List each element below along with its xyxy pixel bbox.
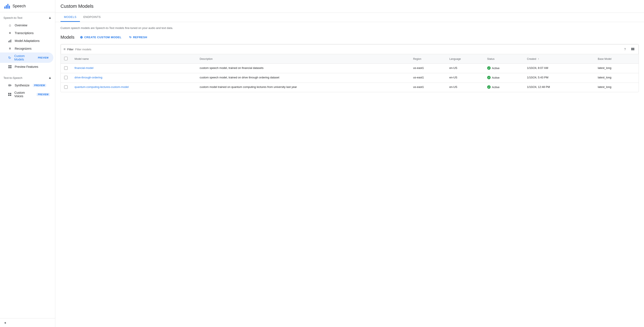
row3-checkbox[interactable] bbox=[64, 85, 68, 89]
col-header-created[interactable]: Created ↑ bbox=[524, 54, 594, 64]
sidebar-item-synthesize-label: Synthesize bbox=[15, 84, 30, 87]
row1-status: Active bbox=[487, 66, 520, 70]
col-header-base-model: Base Model bbox=[594, 54, 638, 64]
row1-checkbox[interactable] bbox=[64, 66, 68, 70]
row2-select-cell[interactable] bbox=[61, 73, 71, 83]
row1-status-cell: Active bbox=[484, 64, 524, 73]
row2-status: Active bbox=[487, 76, 520, 79]
create-custom-model-button[interactable]: ⊕ CREATE CUSTOM MODEL bbox=[78, 34, 124, 40]
help-button[interactable]: ? bbox=[622, 46, 628, 52]
row1-description: custom speech model, trained on financia… bbox=[200, 66, 264, 70]
text-to-speech-chevron-icon: ▲ bbox=[48, 76, 52, 80]
row3-model-name-cell: quantum-computing-lectures-custom-model bbox=[71, 83, 196, 92]
sidebar-item-recognizers[interactable]: ≡ Recognizers bbox=[0, 45, 53, 52]
sidebar-item-model-adaptations[interactable]: Model Adaptations bbox=[0, 37, 53, 45]
svg-rect-10 bbox=[10, 84, 11, 86]
row2-base-model: latest_long bbox=[598, 76, 612, 79]
speech-to-text-section: Speech-to-Text ▲ ⌂ Overview ≡ Transcript… bbox=[0, 12, 55, 72]
sidebar-item-synthesize[interactable]: Synthesize PREVIEW bbox=[0, 82, 53, 89]
refresh-button[interactable]: ↻ REFRESH bbox=[127, 34, 149, 40]
row1-select-cell[interactable] bbox=[61, 64, 71, 73]
row2-created: 1/10/24, 5:43 PM bbox=[527, 76, 548, 79]
select-all-checkbox[interactable] bbox=[64, 57, 68, 60]
app-title: Speech bbox=[12, 4, 26, 8]
svg-rect-1 bbox=[10, 40, 10, 42]
text-to-speech-header[interactable]: Text-to-Speech ▲ bbox=[0, 74, 55, 82]
svg-rect-6 bbox=[10, 67, 12, 68]
sidebar-item-transcriptions-label: Transcriptions bbox=[15, 31, 34, 35]
row2-base-model-cell: latest_long bbox=[594, 73, 638, 83]
column-settings-button[interactable] bbox=[630, 46, 636, 52]
sidebar-item-model-adaptations-label: Model Adaptations bbox=[15, 39, 40, 42]
row3-created: 1/10/24, 12:48 PM bbox=[527, 85, 550, 88]
row2-region: us-east1 bbox=[413, 76, 424, 79]
custom-voices-preview-badge: PREVIEW bbox=[36, 93, 50, 96]
row1-created: 1/10/24, 8:07 AM bbox=[527, 66, 548, 70]
row1-model-link[interactable]: financial-model bbox=[74, 66, 93, 70]
tab-models[interactable]: MODELS bbox=[60, 13, 80, 22]
row2-created-cell: 1/10/24, 5:43 PM bbox=[524, 73, 594, 83]
row2-status-label: Active bbox=[492, 76, 500, 79]
row2-model-link[interactable]: drive-through-ordering bbox=[74, 76, 102, 79]
sidebar-item-overview[interactable]: ⌂ Overview bbox=[0, 22, 53, 29]
sidebar-item-custom-models[interactable]: ↻ Custom Models PREVIEW bbox=[0, 52, 53, 63]
sidebar-item-custom-models-label: Custom Models bbox=[14, 54, 33, 61]
svg-rect-16 bbox=[631, 48, 632, 50]
row1-status-icon bbox=[487, 66, 490, 70]
row2-status-icon bbox=[487, 76, 490, 79]
table-header-row: Model name Description Region Language S bbox=[61, 54, 638, 64]
synthesize-preview-badge: PREVIEW bbox=[33, 84, 46, 87]
row3-status-icon bbox=[487, 85, 490, 89]
row2-language-cell: en-US bbox=[446, 73, 484, 83]
content-area: Custom speech models are Speech-to-Text … bbox=[55, 22, 644, 327]
home-icon: ⌂ bbox=[8, 23, 12, 28]
synthesize-icon bbox=[8, 83, 12, 88]
sidebar-item-transcriptions[interactable]: ≡ Transcriptions bbox=[0, 29, 53, 37]
col-header-status: Status bbox=[484, 54, 524, 64]
select-all-header[interactable] bbox=[61, 54, 71, 64]
sidebar-item-preview-features[interactable]: Preview Features bbox=[0, 63, 53, 71]
sidebar-item-overview-label: Overview bbox=[15, 24, 27, 27]
row1-region-cell: us-east1 bbox=[410, 64, 446, 73]
add-icon: ⊕ bbox=[80, 35, 83, 39]
svg-rect-4 bbox=[10, 65, 12, 66]
table-row: drive-through-ordering custom speech mod… bbox=[61, 73, 638, 83]
speech-to-text-header[interactable]: Speech-to-Text ▲ bbox=[0, 14, 55, 22]
tabs-bar: MODELS ENDPOINTS bbox=[55, 13, 644, 22]
text-to-speech-label: Text-to-Speech bbox=[4, 76, 22, 80]
models-heading: Models bbox=[60, 35, 74, 40]
row3-created-cell: 1/10/24, 12:48 PM bbox=[524, 83, 594, 92]
speech-to-text-chevron-icon: ▲ bbox=[48, 16, 52, 20]
list-icon: ≡ bbox=[8, 31, 12, 35]
row2-status-cell: Active bbox=[484, 73, 524, 83]
filter-actions: ? bbox=[622, 46, 636, 52]
row2-checkbox[interactable] bbox=[64, 76, 68, 79]
models-table-wrapper: ≡ Filter ? bbox=[60, 44, 639, 92]
row3-select-cell[interactable] bbox=[61, 83, 71, 92]
row1-created-cell: 1/10/24, 8:07 AM bbox=[524, 64, 594, 73]
table-body: financial-model custom speech model, tra… bbox=[61, 64, 638, 92]
custom-models-icon: ↻ bbox=[8, 56, 12, 60]
svg-rect-9 bbox=[10, 85, 10, 86]
svg-rect-2 bbox=[10, 40, 11, 42]
table-row: financial-model custom speech model, tra… bbox=[61, 64, 638, 73]
page-title: Custom Models bbox=[60, 4, 639, 9]
row1-description-cell: custom speech model, trained on financia… bbox=[196, 64, 410, 73]
svg-rect-14 bbox=[8, 94, 10, 96]
row3-model-link[interactable]: quantum-computing-lectures-custom-model bbox=[74, 85, 129, 88]
svg-rect-17 bbox=[632, 48, 633, 50]
row3-region-cell: us-east1 bbox=[410, 83, 446, 92]
sidebar-item-custom-voices[interactable]: Custom Voices PREVIEW bbox=[0, 89, 53, 100]
row3-status: Active bbox=[487, 85, 520, 89]
svg-rect-7 bbox=[8, 84, 9, 86]
sidebar-collapse-button[interactable]: ◄ bbox=[0, 318, 55, 327]
svg-rect-12 bbox=[8, 93, 10, 94]
filter-label: Filter bbox=[67, 48, 74, 51]
filter-icon: ≡ bbox=[64, 47, 66, 51]
tab-endpoints[interactable]: ENDPOINTS bbox=[80, 13, 104, 22]
svg-rect-11 bbox=[11, 85, 12, 86]
col-header-description: Description bbox=[196, 54, 410, 64]
row3-base-model: latest_long bbox=[598, 85, 612, 88]
row3-status-label: Active bbox=[492, 86, 500, 89]
filter-input[interactable] bbox=[75, 48, 620, 51]
